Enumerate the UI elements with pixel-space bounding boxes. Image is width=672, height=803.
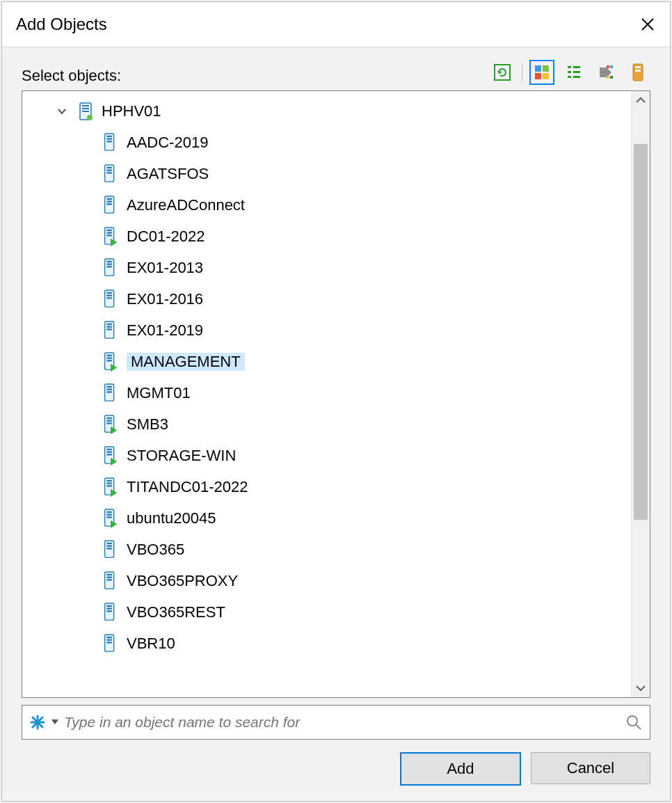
tree-vm-node[interactable]: VBO365 xyxy=(22,534,650,565)
titlebar: Add Objects xyxy=(2,2,670,47)
svg-rect-90 xyxy=(106,636,111,637)
tree-vm-label: VBO365 xyxy=(127,542,184,557)
vm-icon xyxy=(102,132,120,154)
scroll-up-button[interactable] xyxy=(632,91,650,109)
tree-vm-node[interactable]: ubuntu20045 xyxy=(22,502,650,534)
vm-icon xyxy=(102,570,120,592)
close-button[interactable] xyxy=(634,10,662,38)
tree-vm-label: VBO365REST xyxy=(127,605,225,620)
svg-rect-54 xyxy=(106,354,111,356)
tree-vm-node[interactable]: VBR10 xyxy=(22,628,650,659)
scroll-down-button[interactable] xyxy=(632,679,650,697)
search-button[interactable] xyxy=(622,710,646,734)
svg-rect-11 xyxy=(573,71,580,73)
svg-rect-44 xyxy=(106,266,111,267)
tree-vm-node[interactable]: EX01-2013 xyxy=(22,252,650,283)
svg-rect-76 xyxy=(106,516,111,518)
tree-vm-label: MGMT01 xyxy=(127,385,191,401)
expand-toggle[interactable] xyxy=(56,105,68,118)
vm-icon xyxy=(102,257,120,279)
tree-vm-label: ubuntu20045 xyxy=(127,511,216,526)
svg-rect-86 xyxy=(106,605,111,606)
tree-vm-node[interactable]: SMB3 xyxy=(22,408,650,440)
tags-icon xyxy=(597,63,615,81)
svg-rect-19 xyxy=(635,70,641,72)
tree-scrollbar[interactable] xyxy=(631,91,650,697)
tree-vm-node[interactable]: TITANDC01-2022 xyxy=(22,471,650,502)
view-tags-button[interactable] xyxy=(593,60,618,85)
svg-rect-51 xyxy=(106,326,111,327)
svg-point-24 xyxy=(87,115,93,120)
tree-vm-node[interactable]: AzureADConnect xyxy=(22,189,650,221)
svg-rect-67 xyxy=(106,451,111,452)
cancel-button[interactable]: Cancel xyxy=(531,752,650,784)
svg-rect-64 xyxy=(106,422,111,424)
object-tree: HPHV01 AADC-2019 AGATSFOS AzureADConnect… xyxy=(22,90,650,698)
svg-rect-16 xyxy=(610,76,613,79)
tree-vm-label: SMB3 xyxy=(127,417,168,432)
tree-vm-node[interactable]: VBO365PROXY xyxy=(22,565,650,596)
tree-vm-label: EX01-2019 xyxy=(127,323,203,338)
tree-vm-label: AzureADConnect xyxy=(127,198,245,213)
view-datastore-button[interactable] xyxy=(625,60,650,85)
scroll-thumb[interactable] xyxy=(634,144,648,520)
chevron-up-icon xyxy=(636,97,646,104)
svg-rect-87 xyxy=(106,607,111,609)
svg-rect-60 xyxy=(106,391,111,392)
refresh-button[interactable] xyxy=(490,60,515,85)
svg-rect-22 xyxy=(82,108,89,109)
tree-host-node[interactable]: HPHV01 xyxy=(22,95,650,127)
svg-rect-2 xyxy=(495,65,510,80)
view-vmlist-button[interactable] xyxy=(561,60,586,85)
toolbar-separator xyxy=(522,63,522,82)
search-input[interactable] xyxy=(63,713,618,731)
dialog-title: Add Objects xyxy=(16,15,107,34)
tree-vm-label: AADC-2019 xyxy=(127,135,208,150)
host-icon xyxy=(77,100,95,122)
tree-vm-node[interactable]: AGATSFOS xyxy=(22,158,650,189)
svg-rect-70 xyxy=(106,479,111,481)
vm-icon xyxy=(102,194,120,216)
vm-icon xyxy=(102,319,120,342)
svg-rect-48 xyxy=(106,297,111,299)
svg-rect-92 xyxy=(106,642,111,643)
svg-rect-7 xyxy=(568,66,571,68)
scroll-track[interactable] xyxy=(632,109,650,679)
add-button[interactable]: Add xyxy=(400,752,521,786)
svg-rect-3 xyxy=(535,65,541,72)
svg-rect-26 xyxy=(106,135,111,136)
search-filter-button[interactable] xyxy=(28,713,47,732)
vm-running-icon xyxy=(102,351,120,373)
tree-vm-node[interactable]: DC01-2022 xyxy=(22,221,650,252)
tree-vm-node[interactable]: EX01-2019 xyxy=(22,315,650,346)
svg-rect-52 xyxy=(106,328,111,330)
vm-running-icon xyxy=(102,445,120,467)
tree-vm-label: VBO365PROXY xyxy=(127,573,238,589)
view-hostsclusters-button[interactable] xyxy=(529,60,554,85)
tree-vm-node[interactable]: AADC-2019 xyxy=(22,127,650,158)
tree-vm-node[interactable]: MGMT01 xyxy=(22,377,650,408)
tree-vm-label: DC01-2022 xyxy=(127,229,205,244)
tree-vm-node[interactable]: MANAGEMENT xyxy=(22,346,650,377)
tree-vm-node[interactable]: EX01-2016 xyxy=(22,283,650,315)
tree-vm-label: AGATSFOS xyxy=(127,166,209,182)
dropdown-caret-icon xyxy=(51,719,58,725)
svg-rect-83 xyxy=(106,576,111,578)
dialog-body: Select objects: xyxy=(2,47,670,801)
svg-rect-50 xyxy=(106,323,111,324)
dialog-buttons: Add Cancel xyxy=(22,740,650,801)
svg-line-98 xyxy=(636,724,641,729)
svg-rect-78 xyxy=(106,542,111,543)
svg-rect-75 xyxy=(106,514,111,515)
svg-rect-55 xyxy=(106,357,111,358)
tree-vm-label: MANAGEMENT xyxy=(127,353,245,371)
vm-running-icon xyxy=(102,225,120,248)
refresh-icon xyxy=(493,63,511,81)
svg-rect-71 xyxy=(106,482,111,484)
tree-vm-node[interactable]: STORAGE-WIN xyxy=(22,440,650,471)
tree-vm-node[interactable]: VBO365REST xyxy=(22,596,650,628)
header-row: Select objects: xyxy=(22,60,650,85)
tree-host-label: HPHV01 xyxy=(102,104,161,119)
tree-vm-label: VBR10 xyxy=(127,636,175,651)
vm-icon xyxy=(102,288,120,310)
